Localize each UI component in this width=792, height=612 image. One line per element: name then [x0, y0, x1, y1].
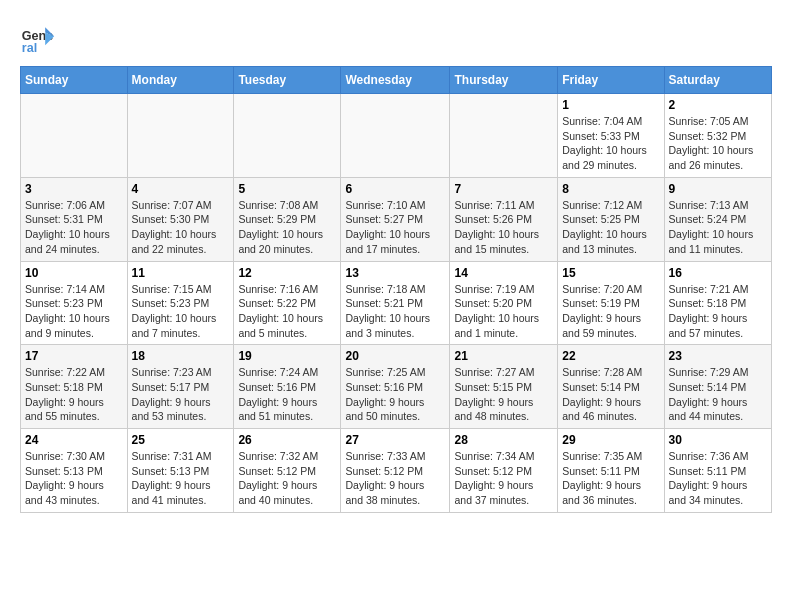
day-number: 9	[669, 182, 767, 196]
day-info: Sunrise: 7:31 AM Sunset: 5:13 PM Dayligh…	[132, 449, 230, 508]
day-number: 16	[669, 266, 767, 280]
calendar-week-1: 1Sunrise: 7:04 AM Sunset: 5:33 PM Daylig…	[21, 94, 772, 178]
day-info: Sunrise: 7:11 AM Sunset: 5:26 PM Dayligh…	[454, 198, 553, 257]
day-number: 25	[132, 433, 230, 447]
day-info: Sunrise: 7:27 AM Sunset: 5:15 PM Dayligh…	[454, 365, 553, 424]
calendar-cell	[127, 94, 234, 178]
header-monday: Monday	[127, 67, 234, 94]
calendar-cell	[450, 94, 558, 178]
day-number: 19	[238, 349, 336, 363]
day-number: 20	[345, 349, 445, 363]
day-info: Sunrise: 7:15 AM Sunset: 5:23 PM Dayligh…	[132, 282, 230, 341]
day-number: 17	[25, 349, 123, 363]
calendar-cell: 3Sunrise: 7:06 AM Sunset: 5:31 PM Daylig…	[21, 177, 128, 261]
day-info: Sunrise: 7:19 AM Sunset: 5:20 PM Dayligh…	[454, 282, 553, 341]
day-number: 11	[132, 266, 230, 280]
header-sunday: Sunday	[21, 67, 128, 94]
calendar-cell: 8Sunrise: 7:12 AM Sunset: 5:25 PM Daylig…	[558, 177, 664, 261]
day-info: Sunrise: 7:29 AM Sunset: 5:14 PM Dayligh…	[669, 365, 767, 424]
day-number: 14	[454, 266, 553, 280]
calendar-cell: 7Sunrise: 7:11 AM Sunset: 5:26 PM Daylig…	[450, 177, 558, 261]
day-info: Sunrise: 7:35 AM Sunset: 5:11 PM Dayligh…	[562, 449, 659, 508]
day-info: Sunrise: 7:13 AM Sunset: 5:24 PM Dayligh…	[669, 198, 767, 257]
header-saturday: Saturday	[664, 67, 771, 94]
day-number: 21	[454, 349, 553, 363]
day-info: Sunrise: 7:21 AM Sunset: 5:18 PM Dayligh…	[669, 282, 767, 341]
day-info: Sunrise: 7:20 AM Sunset: 5:19 PM Dayligh…	[562, 282, 659, 341]
day-info: Sunrise: 7:34 AM Sunset: 5:12 PM Dayligh…	[454, 449, 553, 508]
day-info: Sunrise: 7:32 AM Sunset: 5:12 PM Dayligh…	[238, 449, 336, 508]
calendar-cell	[21, 94, 128, 178]
day-info: Sunrise: 7:30 AM Sunset: 5:13 PM Dayligh…	[25, 449, 123, 508]
day-number: 26	[238, 433, 336, 447]
day-number: 18	[132, 349, 230, 363]
day-number: 24	[25, 433, 123, 447]
day-number: 13	[345, 266, 445, 280]
calendar-week-3: 10Sunrise: 7:14 AM Sunset: 5:23 PM Dayli…	[21, 261, 772, 345]
day-info: Sunrise: 7:14 AM Sunset: 5:23 PM Dayligh…	[25, 282, 123, 341]
calendar-cell: 18Sunrise: 7:23 AM Sunset: 5:17 PM Dayli…	[127, 345, 234, 429]
calendar-cell: 29Sunrise: 7:35 AM Sunset: 5:11 PM Dayli…	[558, 429, 664, 513]
calendar-cell: 2Sunrise: 7:05 AM Sunset: 5:32 PM Daylig…	[664, 94, 771, 178]
calendar-cell: 1Sunrise: 7:04 AM Sunset: 5:33 PM Daylig…	[558, 94, 664, 178]
day-info: Sunrise: 7:08 AM Sunset: 5:29 PM Dayligh…	[238, 198, 336, 257]
day-number: 2	[669, 98, 767, 112]
calendar-cell: 21Sunrise: 7:27 AM Sunset: 5:15 PM Dayli…	[450, 345, 558, 429]
calendar-cell	[341, 94, 450, 178]
day-info: Sunrise: 7:10 AM Sunset: 5:27 PM Dayligh…	[345, 198, 445, 257]
day-number: 7	[454, 182, 553, 196]
day-number: 23	[669, 349, 767, 363]
calendar-cell: 5Sunrise: 7:08 AM Sunset: 5:29 PM Daylig…	[234, 177, 341, 261]
calendar-cell: 26Sunrise: 7:32 AM Sunset: 5:12 PM Dayli…	[234, 429, 341, 513]
day-number: 15	[562, 266, 659, 280]
calendar-cell: 16Sunrise: 7:21 AM Sunset: 5:18 PM Dayli…	[664, 261, 771, 345]
day-info: Sunrise: 7:07 AM Sunset: 5:30 PM Dayligh…	[132, 198, 230, 257]
calendar-cell: 20Sunrise: 7:25 AM Sunset: 5:16 PM Dayli…	[341, 345, 450, 429]
day-info: Sunrise: 7:16 AM Sunset: 5:22 PM Dayligh…	[238, 282, 336, 341]
day-number: 30	[669, 433, 767, 447]
day-info: Sunrise: 7:24 AM Sunset: 5:16 PM Dayligh…	[238, 365, 336, 424]
calendar-week-4: 17Sunrise: 7:22 AM Sunset: 5:18 PM Dayli…	[21, 345, 772, 429]
calendar-cell: 23Sunrise: 7:29 AM Sunset: 5:14 PM Dayli…	[664, 345, 771, 429]
day-info: Sunrise: 7:33 AM Sunset: 5:12 PM Dayligh…	[345, 449, 445, 508]
day-info: Sunrise: 7:22 AM Sunset: 5:18 PM Dayligh…	[25, 365, 123, 424]
day-number: 22	[562, 349, 659, 363]
day-number: 3	[25, 182, 123, 196]
day-info: Sunrise: 7:12 AM Sunset: 5:25 PM Dayligh…	[562, 198, 659, 257]
day-info: Sunrise: 7:25 AM Sunset: 5:16 PM Dayligh…	[345, 365, 445, 424]
header-tuesday: Tuesday	[234, 67, 341, 94]
day-info: Sunrise: 7:28 AM Sunset: 5:14 PM Dayligh…	[562, 365, 659, 424]
calendar-cell: 17Sunrise: 7:22 AM Sunset: 5:18 PM Dayli…	[21, 345, 128, 429]
header-thursday: Thursday	[450, 67, 558, 94]
calendar-cell: 4Sunrise: 7:07 AM Sunset: 5:30 PM Daylig…	[127, 177, 234, 261]
day-info: Sunrise: 7:23 AM Sunset: 5:17 PM Dayligh…	[132, 365, 230, 424]
calendar-cell: 19Sunrise: 7:24 AM Sunset: 5:16 PM Dayli…	[234, 345, 341, 429]
day-number: 4	[132, 182, 230, 196]
day-info: Sunrise: 7:36 AM Sunset: 5:11 PM Dayligh…	[669, 449, 767, 508]
calendar-cell: 6Sunrise: 7:10 AM Sunset: 5:27 PM Daylig…	[341, 177, 450, 261]
day-number: 27	[345, 433, 445, 447]
day-number: 1	[562, 98, 659, 112]
calendar-cell: 24Sunrise: 7:30 AM Sunset: 5:13 PM Dayli…	[21, 429, 128, 513]
calendar-table: Sunday Monday Tuesday Wednesday Thursday…	[20, 66, 772, 513]
day-number: 6	[345, 182, 445, 196]
calendar-cell: 15Sunrise: 7:20 AM Sunset: 5:19 PM Dayli…	[558, 261, 664, 345]
day-number: 28	[454, 433, 553, 447]
day-number: 29	[562, 433, 659, 447]
day-info: Sunrise: 7:06 AM Sunset: 5:31 PM Dayligh…	[25, 198, 123, 257]
day-info: Sunrise: 7:05 AM Sunset: 5:32 PM Dayligh…	[669, 114, 767, 173]
calendar-week-5: 24Sunrise: 7:30 AM Sunset: 5:13 PM Dayli…	[21, 429, 772, 513]
logo-icon: Gene ral	[20, 20, 56, 56]
calendar-cell: 30Sunrise: 7:36 AM Sunset: 5:11 PM Dayli…	[664, 429, 771, 513]
day-number: 12	[238, 266, 336, 280]
calendar-week-2: 3Sunrise: 7:06 AM Sunset: 5:31 PM Daylig…	[21, 177, 772, 261]
calendar-cell: 27Sunrise: 7:33 AM Sunset: 5:12 PM Dayli…	[341, 429, 450, 513]
calendar-cell: 13Sunrise: 7:18 AM Sunset: 5:21 PM Dayli…	[341, 261, 450, 345]
day-number: 8	[562, 182, 659, 196]
calendar-cell: 9Sunrise: 7:13 AM Sunset: 5:24 PM Daylig…	[664, 177, 771, 261]
header-friday: Friday	[558, 67, 664, 94]
day-number: 10	[25, 266, 123, 280]
calendar-cell: 25Sunrise: 7:31 AM Sunset: 5:13 PM Dayli…	[127, 429, 234, 513]
day-info: Sunrise: 7:04 AM Sunset: 5:33 PM Dayligh…	[562, 114, 659, 173]
day-info: Sunrise: 7:18 AM Sunset: 5:21 PM Dayligh…	[345, 282, 445, 341]
